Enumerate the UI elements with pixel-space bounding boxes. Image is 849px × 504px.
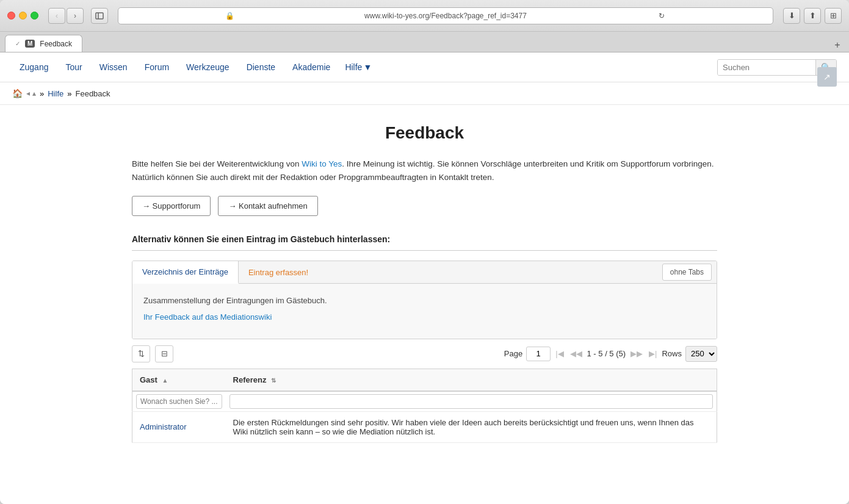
wiki-link[interactable]: Wiki to Yes — [302, 159, 342, 168]
new-tab-button[interactable]: ⊞ — [825, 8, 842, 24]
nav-werkzeuge[interactable]: Werkzeuge — [179, 59, 237, 76]
nav-bar: Zugang Tour Wissen Forum Werkzeuge Diens… — [0, 52, 849, 82]
forward-button[interactable]: › — [67, 8, 84, 24]
nav-akademie[interactable]: Akademie — [285, 59, 338, 76]
nav-forum[interactable]: Forum — [137, 59, 176, 76]
nav-dienste[interactable]: Dienste — [239, 59, 283, 76]
search-input[interactable] — [718, 60, 815, 75]
sort-button[interactable]: ⇅ — [132, 345, 150, 362]
tab-content: Zusammenstellung der Eintragungen im Gäs… — [132, 284, 717, 339]
home-icon[interactable]: 🏠 — [12, 88, 23, 98]
referenz-cell: Die ersten Rückmeldungen sind sehr posit… — [226, 411, 717, 442]
breadcrumb-sep1: » — [40, 89, 44, 98]
gast-link[interactable]: Administrator — [140, 422, 187, 431]
close-button[interactable] — [7, 12, 15, 20]
tab-bar: ✓ M Feedback + — [0, 32, 849, 52]
current-tab[interactable]: ✓ M Feedback — [5, 35, 82, 52]
lock-icon: 🔒 — [123, 12, 336, 20]
breadcrumb-parent[interactable]: Hilfe — [48, 89, 63, 98]
contact-button[interactable]: → Kontakt aufnehmen — [218, 196, 317, 216]
breadcrumb-up-icon[interactable]: ▴ — [32, 89, 36, 98]
tab-title: Feedback — [40, 40, 72, 48]
back-button[interactable]: ‹ — [48, 8, 65, 24]
traffic-lights — [7, 12, 38, 20]
rows-label: Rows — [662, 349, 682, 358]
next-page-button[interactable]: ▶▶ — [629, 349, 644, 358]
section-title: Alternativ können Sie einen Eintrag im G… — [132, 234, 717, 244]
col-referenz-header[interactable]: Referenz ⇅ — [226, 369, 717, 391]
page-content: Zugang Tour Wissen Forum Werkzeuge Diens… — [0, 52, 849, 504]
rows-select[interactable]: 250 100 50 — [685, 346, 717, 362]
page-input[interactable] — [526, 347, 551, 361]
tab-erfassen[interactable]: Eintrag erfassen! — [239, 262, 318, 283]
table-row: Administrator Die ersten Rückmeldungen s… — [132, 411, 717, 442]
reload-button[interactable]: ↻ — [555, 12, 768, 20]
nav-tour[interactable]: Tour — [58, 59, 89, 76]
table-controls: ⇅ ⊟ Page |◀ ◀◀ 1 - 5 / 5 (5) ▶▶ ▶| Rows … — [132, 339, 717, 369]
filter-button[interactable]: ⊟ — [155, 345, 173, 362]
referenz-filter-input[interactable] — [229, 394, 713, 409]
col-gast-header[interactable]: Gast ▲ — [132, 369, 226, 391]
first-page-button[interactable]: |◀ — [554, 349, 565, 358]
filter-row — [132, 391, 717, 412]
nav-hilfe-dropdown[interactable]: Hilfe ▼ — [340, 59, 377, 76]
tab-check-icon: ✓ — [15, 40, 20, 47]
tabs-header: Verzeichnis der Einträge Eintrag erfasse… — [132, 261, 717, 284]
share-button[interactable]: ⬆ — [804, 8, 821, 24]
page-label: Page — [504, 349, 522, 358]
section-divider — [132, 250, 717, 251]
nav-hilfe: Hilfe — [345, 62, 362, 72]
supportforum-button[interactable]: → Supportforum — [132, 196, 211, 216]
content-line2: Ihr Feedback auf das Mediationswiki — [143, 311, 706, 324]
breadcrumb-sep2: » — [67, 89, 71, 98]
gast-filter-cell — [132, 391, 226, 412]
content-link[interactable]: Ihr Feedback auf das Mediationswiki — [143, 312, 272, 322]
sidebar-expand-button[interactable]: ↗ — [817, 67, 837, 87]
intro-paragraph: Bitte helfen Sie bei der Weiterentwicklu… — [132, 157, 717, 184]
nav-items: Zugang Tour Wissen Forum Werkzeuge Diens… — [12, 59, 717, 76]
referenz-sort-icon: ⇅ — [271, 377, 276, 384]
breadcrumb-back-icon[interactable]: ◂ — [26, 89, 30, 98]
new-tab-plus-button[interactable]: + — [831, 38, 844, 52]
page-title: Feedback — [132, 123, 717, 143]
gast-sort-icon: ▲ — [162, 377, 168, 384]
prev-page-button[interactable]: ◀◀ — [569, 349, 583, 358]
page-range: 1 - 5 / 5 (5) — [587, 349, 626, 358]
ohne-tabs-button[interactable]: ohne Tabs — [662, 264, 712, 281]
data-table: Gast ▲ Referenz ⇅ — [132, 369, 717, 443]
dropdown-arrow-icon: ▼ — [363, 62, 372, 72]
maximize-button[interactable] — [31, 12, 38, 20]
gast-filter-input[interactable] — [136, 394, 222, 409]
breadcrumb-nav: ◂ ▴ — [26, 89, 36, 98]
pagination: Page |◀ ◀◀ 1 - 5 / 5 (5) ▶▶ ▶| Rows 250 … — [504, 346, 717, 362]
breadcrumb-current: Feedback — [75, 89, 110, 98]
minimize-button[interactable] — [19, 12, 27, 20]
url-text: www.wiki-to-yes.org/Feedback?page_ref_id… — [339, 12, 552, 20]
svg-rect-0 — [96, 13, 103, 19]
last-page-button[interactable]: ▶| — [648, 349, 658, 358]
breadcrumb: 🏠 ◂ ▴ » Hilfe » Feedback — [0, 82, 849, 105]
tab-verzeichnis[interactable]: Verzeichnis der Einträge — [132, 261, 239, 284]
tab-m-icon: M — [25, 40, 35, 48]
intro-text-before: Bitte helfen Sie bei der Weiterentwicklu… — [132, 159, 302, 168]
tabs-container: Verzeichnis der Einträge Eintrag erfasse… — [132, 261, 717, 339]
download-button[interactable]: ⬇ — [783, 8, 800, 24]
main-content: Feedback Bitte helfen Sie bei der Weiter… — [0, 105, 849, 461]
address-bar[interactable]: 🔒 www.wiki-to-yes.org/Feedback?page_ref_… — [118, 7, 773, 24]
referenz-filter-cell — [226, 391, 717, 412]
gast-cell: Administrator — [132, 411, 226, 442]
content-line1: Zusammenstellung der Eintragungen im Gäs… — [143, 295, 706, 308]
nav-wissen[interactable]: Wissen — [92, 59, 135, 76]
action-buttons: → Supportforum → Kontakt aufnehmen — [132, 196, 717, 216]
nav-zugang[interactable]: Zugang — [12, 59, 56, 76]
sidebar-toggle-button[interactable] — [91, 8, 108, 24]
